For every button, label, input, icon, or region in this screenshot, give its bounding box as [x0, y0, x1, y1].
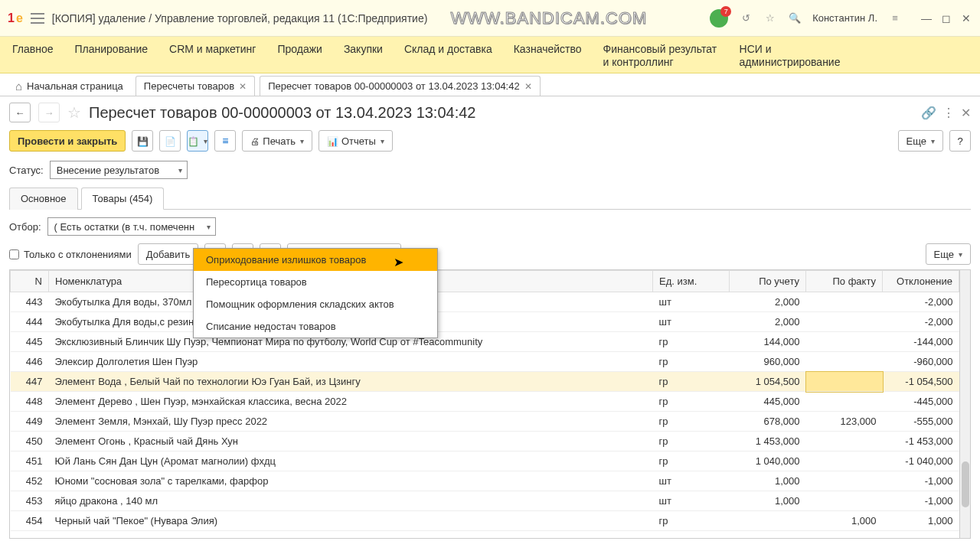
- menu-planning[interactable]: Планирование: [75, 43, 149, 56]
- table-row[interactable]: 444Экобутылка Для воды,с резиновым хляст…: [11, 312, 959, 332]
- dd-item-assistant[interactable]: Помощник оформления складских актов: [194, 293, 437, 315]
- cell-n: 445: [11, 332, 49, 352]
- cell-n: 448: [11, 392, 49, 412]
- star-icon[interactable]: ☆: [763, 11, 777, 25]
- cell-fact[interactable]: 1,000: [806, 511, 883, 531]
- cell-fact[interactable]: [806, 471, 883, 491]
- menu-admin[interactable]: НСИ и администрирование: [740, 43, 854, 69]
- cell-fact[interactable]: [806, 292, 883, 312]
- window-title: [КОПИЯ] удаление / Управление торговлей,…: [52, 12, 428, 24]
- table-row[interactable]: 443Экобутылка Для воды, 370млшт2,000-2,0…: [11, 292, 959, 312]
- close-tab-icon[interactable]: ✕: [239, 81, 247, 92]
- only-deviations-input[interactable]: [9, 249, 19, 259]
- close-button[interactable]: ✕: [960, 12, 972, 24]
- table-row[interactable]: 454Черный чай "Пекое" (Нувара Элия)гр1,0…: [11, 511, 959, 531]
- settings-icon[interactable]: ≡: [888, 11, 902, 25]
- more-icon[interactable]: ⋮: [942, 106, 955, 120]
- print-button[interactable]: Печать: [242, 130, 312, 152]
- cell-fact[interactable]: [806, 312, 883, 332]
- menu-main[interactable]: Главное: [12, 43, 54, 56]
- maximize-button[interactable]: ◻: [940, 12, 952, 24]
- cell-n: 450: [11, 432, 49, 452]
- tab-main[interactable]: Основное: [9, 187, 78, 210]
- table-row[interactable]: 448Элемент Дерево , Шен Пуэр, мэнхайская…: [11, 392, 959, 412]
- cell-n: 443: [11, 292, 49, 312]
- table-row[interactable]: 446Элексир Долголетия Шен Пуэргр960,000-…: [11, 352, 959, 372]
- dd-item-surplus[interactable]: Оприходование излишков товаров: [194, 249, 437, 271]
- tab-recount-doc[interactable]: Пересчет товаров 00-00000003 от 13.04.20…: [260, 76, 541, 96]
- list-button[interactable]: [214, 130, 236, 152]
- back-button[interactable]: ←: [9, 103, 31, 122]
- cell-ed: гр: [653, 432, 730, 452]
- tab-home[interactable]: Начальная страница: [8, 77, 131, 96]
- menu-finresult[interactable]: Финансовый результат и контроллинг: [603, 43, 718, 69]
- save-button[interactable]: [132, 130, 153, 152]
- cell-otk: -144,000: [883, 332, 959, 352]
- cell-fact[interactable]: [806, 432, 883, 452]
- avatar[interactable]: [710, 9, 728, 28]
- cell-otk: -2,000: [883, 292, 959, 312]
- menu-warehouse[interactable]: Склад и доставка: [404, 43, 492, 56]
- table-row[interactable]: 447Элемент Вода , Белый Чай по технологи…: [11, 372, 959, 392]
- dd-item-writeoff[interactable]: Списание недостач товаров: [194, 315, 437, 337]
- cell-uch: 1 453,000: [730, 432, 806, 452]
- menu-icon[interactable]: [31, 13, 44, 24]
- cell-fact[interactable]: 123,000: [806, 412, 883, 432]
- cell-fact[interactable]: [806, 491, 883, 511]
- col-ed[interactable]: Ед. изм.: [653, 271, 730, 292]
- help-button[interactable]: ?: [949, 130, 971, 152]
- tab-goods[interactable]: Товары (454): [81, 187, 165, 210]
- close-page-icon[interactable]: ✕: [961, 106, 971, 120]
- cell-fact[interactable]: [806, 372, 883, 392]
- table-row[interactable]: 452Юноми "сосновая зола" с тарелками, фа…: [11, 471, 959, 491]
- menu-crm[interactable]: CRM и маркетинг: [169, 43, 256, 56]
- create-based-on-button[interactable]: [187, 130, 208, 152]
- cell-fact[interactable]: [806, 392, 883, 412]
- status-select[interactable]: Внесение результатов: [50, 161, 188, 179]
- cell-fact[interactable]: [806, 452, 883, 471]
- table-more-button[interactable]: Еще: [926, 243, 971, 265]
- favorite-icon[interactable]: ☆: [67, 103, 81, 122]
- col-otk[interactable]: Отклонение: [883, 271, 959, 292]
- cell-fact[interactable]: [806, 332, 883, 352]
- col-fact[interactable]: По факту: [806, 271, 883, 292]
- add-button[interactable]: Добавить: [138, 243, 198, 265]
- col-n[interactable]: N: [11, 271, 49, 292]
- search-icon[interactable]: 🔍: [788, 11, 802, 25]
- status-value: Внесение результатов: [57, 165, 159, 176]
- only-deviations-checkbox[interactable]: Только с отклонениями: [9, 249, 132, 260]
- filter-select[interactable]: ( Есть остатки (в т.ч. помеченн: [47, 217, 216, 236]
- table-row[interactable]: 451Юй Лань Сян Дан Цун (Аромат магнолии)…: [11, 452, 959, 471]
- vertical-scrollbar[interactable]: [959, 270, 970, 538]
- tab-recounts[interactable]: Пересчеты товаров✕: [136, 76, 255, 96]
- cell-n: 453: [11, 491, 49, 511]
- table-wrap: N Номенклатура Ед. изм. По учету По факт…: [9, 269, 971, 539]
- table-row[interactable]: 449Элемент Земля, Мэнхай, Шу Пуэр пресс …: [11, 412, 959, 432]
- cell-n: 446: [11, 352, 49, 372]
- reports-button[interactable]: Отчеты: [318, 130, 393, 152]
- forward-button[interactable]: →: [38, 103, 60, 122]
- table-row[interactable]: 450Элемент Огонь , Красный чай Дянь Хунг…: [11, 432, 959, 452]
- menu-treasury[interactable]: Казначейство: [514, 43, 582, 56]
- more-button[interactable]: Еще: [898, 130, 943, 152]
- table-row[interactable]: 453яйцо дракона , 140 млшт1,000-1,000: [11, 491, 959, 511]
- col-uch[interactable]: По учету: [730, 271, 806, 292]
- menu-purchases[interactable]: Закупки: [344, 43, 383, 56]
- cell-otk: -445,000: [883, 392, 959, 412]
- cell-otk: -1 453,000: [883, 432, 959, 452]
- table-row[interactable]: 445Эксклюзивный Блинчик Шу Пуэр, Чемпион…: [11, 332, 959, 352]
- scroll-thumb[interactable]: [962, 461, 969, 507]
- cell-otk: -1 040,000: [883, 452, 959, 471]
- print-icon: [250, 135, 260, 147]
- cell-uch: 2,000: [730, 292, 806, 312]
- minimize-button[interactable]: —: [920, 12, 933, 24]
- menu-sales[interactable]: Продажи: [277, 43, 322, 56]
- post-button[interactable]: [159, 130, 181, 152]
- cell-fact[interactable]: [806, 352, 883, 372]
- history-icon[interactable]: ↺: [739, 11, 753, 25]
- close-tab-icon[interactable]: ✕: [524, 81, 532, 92]
- link-icon[interactable]: 🔗: [921, 106, 936, 120]
- post-and-close-button[interactable]: Провести и закрыть: [9, 130, 126, 152]
- dd-item-regrade[interactable]: Пересортица товаров: [194, 271, 437, 293]
- tab-bar: Начальная страница Пересчеты товаров✕ Пе…: [0, 73, 980, 96]
